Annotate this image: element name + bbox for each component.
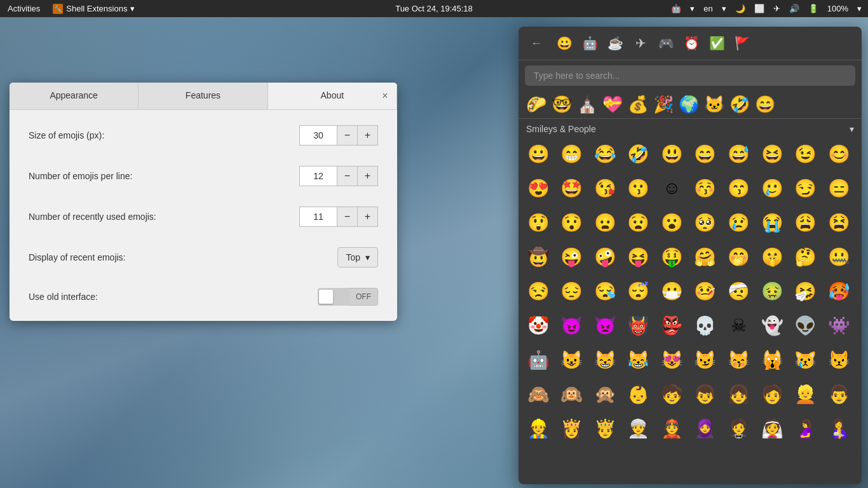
recent-display-dropdown[interactable]: Top ▾ — [337, 247, 378, 268]
recent-emoji-9[interactable]: 😄 — [754, 93, 776, 116]
emoji-cell[interactable]: 😒 — [524, 276, 553, 306]
emoji-cell[interactable]: 😙 — [724, 173, 754, 203]
emoji-cell[interactable]: 🙀 — [757, 345, 787, 374]
emoji-cell[interactable]: 😮 — [657, 208, 686, 237]
emoji-size-increase[interactable]: + — [358, 125, 378, 146]
emoji-cat-people[interactable]: 🤖 — [578, 32, 601, 55]
emoji-cell[interactable]: 🤒 — [691, 276, 720, 306]
toggle-switch[interactable] — [318, 288, 349, 306]
emoji-cell[interactable]: 🤩 — [557, 173, 587, 203]
emoji-size-decrease[interactable]: − — [337, 125, 358, 146]
emoji-cell[interactable]: 🤣 — [624, 139, 653, 168]
emoji-status-arrow[interactable]: ▾ — [686, 0, 698, 17]
window-icon[interactable]: ⬜ — [750, 0, 768, 17]
emoji-cell[interactable]: 🤖 — [524, 345, 553, 374]
emoji-search-input[interactable] — [525, 65, 855, 86]
emoji-cell[interactable]: 🤕 — [724, 276, 754, 306]
emoji-cat-objects[interactable]: ⏰ — [680, 32, 703, 55]
emoji-cell[interactable]: 👱 — [791, 379, 820, 409]
emoji-cell[interactable]: 👦 — [691, 379, 720, 409]
emoji-cell[interactable]: 🥲 — [757, 173, 787, 203]
app-menu[interactable]: 🔧 Shell Extensions ▾ — [48, 0, 140, 17]
emoji-cell[interactable]: 😼 — [691, 345, 720, 374]
emoji-cell[interactable]: 😸 — [590, 345, 620, 374]
emoji-cell[interactable]: 🥵 — [824, 276, 853, 306]
recent-emoji-1[interactable]: 🤓 — [550, 93, 573, 116]
emoji-cell[interactable]: 🤐 — [824, 242, 853, 271]
emoji-cell[interactable]: 👨 — [824, 379, 853, 409]
emoji-cell[interactable]: 🤰 — [791, 414, 820, 443]
emoji-cat-activities[interactable]: 🎮 — [654, 32, 677, 55]
emoji-cell[interactable]: 🤭 — [724, 242, 754, 271]
emoji-cell[interactable]: 👶 — [624, 379, 653, 409]
emoji-cell[interactable]: 😿 — [791, 345, 820, 374]
system-menu-arrow[interactable]: ▾ — [853, 0, 865, 17]
recent-count-increase[interactable]: + — [358, 207, 378, 227]
recent-emoji-3[interactable]: 💝 — [601, 93, 624, 116]
emoji-cell[interactable]: 👷 — [524, 414, 553, 443]
emojis-per-line-decrease[interactable]: − — [337, 166, 358, 186]
activities-button[interactable]: Activities — [0, 0, 48, 17]
recent-emoji-2[interactable]: ⛪ — [576, 93, 599, 116]
emoji-cell[interactable]: 😯 — [557, 208, 587, 237]
emoji-cell[interactable]: 👧 — [724, 379, 754, 409]
emoji-scroll-area[interactable]: Smileys & People ▾ 😀 😁 😂 🤣 😃 😄 😅 😆 😉 😊 😍… — [519, 119, 862, 484]
emoji-cell[interactable]: 😔 — [557, 276, 587, 306]
emoji-cell[interactable]: 🤫 — [757, 242, 787, 271]
emoji-cell[interactable]: 👾 — [824, 311, 853, 340]
recent-emoji-8[interactable]: 🤣 — [728, 93, 751, 116]
battery-level[interactable]: 100% — [824, 0, 852, 17]
battery-icon[interactable]: 🔋 — [804, 0, 822, 17]
emoji-cell[interactable]: 🤧 — [791, 276, 820, 306]
emoji-cell[interactable]: 😚 — [691, 173, 720, 203]
emoji-cell[interactable]: 🤔 — [791, 242, 820, 271]
emoji-cat-travel[interactable]: ✈ — [629, 32, 652, 55]
emoji-cell[interactable]: 😉 — [791, 139, 820, 168]
emoji-cell[interactable]: 🧕 — [691, 414, 720, 443]
emoji-cell[interactable]: 😁 — [557, 139, 587, 168]
emoji-cell[interactable]: 😅 — [724, 139, 754, 168]
emoji-cell[interactable]: 🤗 — [691, 242, 720, 271]
emoji-cell[interactable]: 😈 — [557, 311, 587, 340]
emoji-cell[interactable]: 🙊 — [590, 379, 620, 409]
emoji-cell[interactable]: 🙈 — [524, 379, 553, 409]
emoji-cell[interactable]: 🥺 — [691, 208, 720, 237]
emoji-cell[interactable]: 😫 — [824, 208, 853, 237]
airplane-icon[interactable]: ✈ — [770, 0, 784, 17]
emoji-cell[interactable]: 😷 — [657, 276, 686, 306]
emoji-cell[interactable]: 😭 — [757, 208, 787, 237]
emoji-status-icon[interactable]: 🤖 — [667, 0, 685, 17]
emoji-cat-food[interactable]: ☕ — [604, 32, 627, 55]
emoji-cell[interactable]: 😆 — [757, 139, 787, 168]
emoji-cell[interactable]: 😴 — [624, 276, 653, 306]
emoji-cell[interactable]: 😜 — [557, 242, 587, 271]
emoji-cell[interactable]: 😘 — [590, 173, 620, 203]
emoji-cell[interactable]: 👸 — [557, 414, 587, 443]
emoji-cell[interactable]: 🤢 — [757, 276, 787, 306]
emoji-cell[interactable]: 💀 — [691, 311, 720, 340]
emoji-cell[interactable]: 👰 — [757, 414, 787, 443]
emoji-cell[interactable]: 😏 — [791, 173, 820, 203]
emoji-cell[interactable]: 😀 — [524, 139, 553, 168]
emoji-cell[interactable]: 😾 — [824, 345, 853, 374]
keyboard-layout[interactable]: en — [700, 0, 716, 17]
emoji-cell[interactable]: 👹 — [624, 311, 653, 340]
emoji-cell[interactable]: 😄 — [691, 139, 720, 168]
tab-appearance[interactable]: Appearance — [10, 83, 139, 109]
emoji-cell[interactable]: 🤑 — [657, 242, 686, 271]
emoji-cell[interactable]: 👿 — [590, 311, 620, 340]
emoji-cell[interactable]: ☺ — [657, 173, 686, 203]
emoji-cell[interactable]: 👻 — [757, 311, 787, 340]
emoji-cell[interactable]: 🤴 — [590, 414, 620, 443]
emoji-cat-smiley[interactable]: 😀 — [553, 32, 576, 55]
emoji-cell[interactable]: 😦 — [590, 208, 620, 237]
emoji-cell[interactable]: 🙉 — [557, 379, 587, 409]
close-button[interactable]: × — [378, 89, 392, 103]
recent-emoji-0[interactable]: 🌮 — [525, 93, 548, 116]
emoji-cell[interactable]: 🤡 — [524, 311, 553, 340]
emoji-cell[interactable]: 😢 — [724, 208, 754, 237]
emoji-cell[interactable]: 🤪 — [590, 242, 620, 271]
night-mode-icon[interactable]: 🌙 — [731, 0, 749, 17]
emoji-cell[interactable]: 🧒 — [657, 379, 686, 409]
emoji-cell[interactable]: 😃 — [657, 139, 686, 168]
